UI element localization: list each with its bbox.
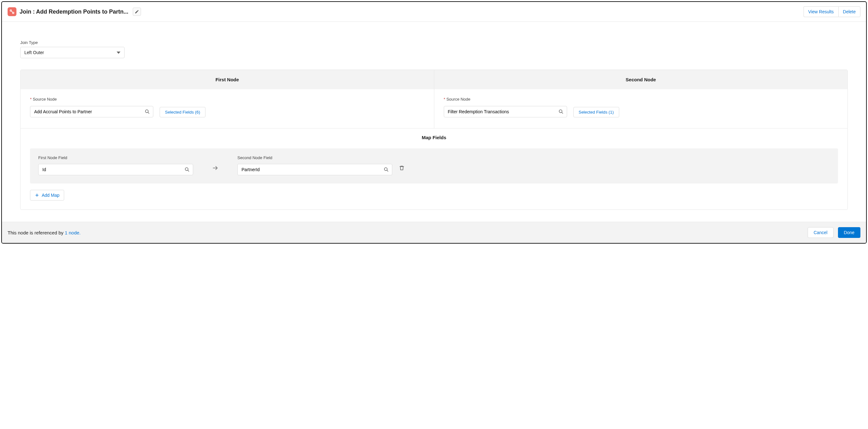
search-icon (558, 109, 564, 115)
header: Join : Add Redemption Points to Partn...… (2, 2, 866, 22)
second-node-field-input[interactable] (238, 164, 392, 175)
footer-ref-prefix: This node is referenced by (8, 230, 65, 235)
first-node-source-input-wrap (30, 106, 153, 117)
map-fields-section: Map Fields First Node Field (21, 128, 847, 209)
arrow-right-icon (212, 165, 219, 171)
page-title: Join : Add Redemption Points to Partn... (20, 8, 128, 15)
svg-point-0 (10, 10, 12, 11)
first-node-source-label: Source Node (30, 97, 425, 102)
first-node-field-label: First Node Field (38, 155, 193, 160)
join-type-value: Left Outer (24, 50, 44, 55)
edit-title-button[interactable] (133, 8, 141, 16)
delete-button[interactable]: Delete (838, 6, 860, 17)
first-node-field-input[interactable] (38, 164, 193, 175)
second-node-field-col: Second Node Field (238, 155, 392, 175)
search-icon (145, 109, 150, 115)
footer: This node is referenced by 1 node. Cance… (2, 222, 866, 243)
svg-point-3 (559, 110, 562, 113)
second-node-source-label: Source Node (444, 97, 838, 102)
body: Join Type Left Outer First Node Second N… (2, 22, 866, 222)
second-node-source-input-wrap (444, 106, 567, 117)
svg-point-1 (13, 12, 14, 14)
map-fields-title: Map Fields (30, 135, 838, 140)
join-icon (8, 7, 17, 16)
page-frame: Join : Add Redemption Points to Partn...… (1, 1, 867, 244)
svg-point-2 (146, 110, 148, 113)
trash-icon (399, 165, 405, 171)
map-row: First Node Field (30, 148, 838, 183)
first-node-field-col: First Node Field (38, 155, 193, 175)
first-node-source-input[interactable] (30, 106, 153, 117)
second-node-source-input[interactable] (444, 106, 567, 117)
second-node-cell: Source Node Selected Fields (1) (434, 89, 848, 128)
footer-actions: Cancel Done (808, 227, 860, 238)
svg-point-4 (185, 168, 188, 171)
add-map-label: Add Map (42, 193, 59, 198)
join-type-select[interactable]: Left Outer (20, 47, 125, 58)
map-arrow (193, 160, 238, 171)
chevron-down-icon (117, 52, 120, 54)
join-type-label: Join Type (20, 40, 848, 45)
add-map-button[interactable]: Add Map (30, 190, 64, 201)
svg-point-5 (384, 168, 387, 171)
footer-reference-link[interactable]: 1 node. (65, 230, 81, 235)
plus-icon (35, 193, 39, 197)
join-icon-svg (9, 9, 15, 15)
page-title-text: Add Redemption Points to Partn... (36, 8, 128, 15)
second-node-header: Second Node (434, 70, 848, 89)
nodes-header-row: First Node Second Node (21, 70, 847, 89)
cancel-button[interactable]: Cancel (808, 227, 834, 238)
done-button[interactable]: Done (838, 227, 860, 238)
view-results-button[interactable]: View Results (804, 6, 838, 17)
second-node-selected-fields-button[interactable]: Selected Fields (1) (574, 107, 619, 117)
footer-reference-text: This node is referenced by 1 node. (8, 230, 81, 235)
delete-map-button[interactable] (392, 160, 411, 171)
nodes-body-row: Source Node Selected Fields (6) Source N… (21, 89, 847, 128)
header-actions: View Results Delete (804, 6, 860, 17)
search-icon (383, 167, 389, 172)
page-title-prefix: Join : (20, 8, 35, 15)
second-node-field-label: Second Node Field (238, 155, 392, 160)
nodes-table: First Node Second Node Source Node Sel (20, 69, 848, 210)
search-icon (184, 167, 190, 172)
first-node-header: First Node (21, 70, 434, 89)
pencil-icon (135, 9, 139, 14)
first-node-cell: Source Node Selected Fields (6) (21, 89, 434, 128)
first-node-selected-fields-button[interactable]: Selected Fields (6) (160, 107, 206, 117)
